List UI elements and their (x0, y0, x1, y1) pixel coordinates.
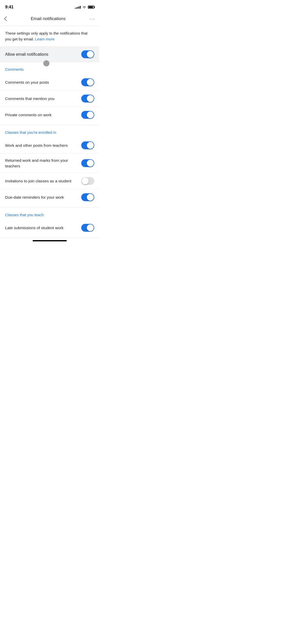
info-text: These settings only apply to the notific… (5, 31, 94, 42)
due-date-row: Due-date reminders for your work (0, 189, 99, 205)
allow-email-toggle[interactable] (81, 50, 94, 58)
home-bar (33, 240, 67, 241)
allow-email-label: Allow email notifications (5, 52, 48, 57)
comments-header-text: Comments (5, 67, 24, 71)
work-posts-teachers-row: Work and other posts from teachers (0, 137, 99, 154)
toggle-knob (87, 51, 94, 58)
private-comments-toggle[interactable] (81, 111, 94, 119)
returned-work-label: Returned work and marks from your teache… (5, 158, 81, 169)
enrolled-section-header: Classes that you're enrolled in (0, 125, 99, 137)
comments-mention-toggle[interactable] (81, 95, 94, 103)
comments-section: Comments Comments on your posts Comments… (0, 62, 99, 125)
battery-icon (88, 6, 94, 9)
invitations-join-label: Invitations to join classes as a student (5, 178, 81, 184)
work-posts-teachers-toggle[interactable] (81, 141, 94, 149)
back-chevron-icon (4, 16, 7, 21)
more-button[interactable]: ··· (87, 15, 95, 23)
enrolled-classes-section: Classes that you're enrolled in Work and… (0, 125, 99, 208)
nav-bar: Email notifications ··· (0, 13, 99, 26)
comments-mention-label: Comments that mention you (5, 96, 81, 101)
learn-more-link[interactable]: Learn more (35, 37, 55, 41)
comments-on-posts-row: Comments on your posts (0, 74, 99, 91)
back-button[interactable] (4, 15, 9, 22)
comments-section-header: Comments (0, 62, 99, 74)
home-indicator (0, 238, 99, 243)
late-submissions-toggle[interactable] (81, 224, 94, 232)
wifi-icon (82, 6, 86, 9)
info-section: These settings only apply to the notific… (0, 26, 99, 47)
due-date-toggle[interactable] (81, 193, 94, 201)
status-time: 9:41 (5, 5, 13, 10)
comments-on-posts-toggle[interactable] (81, 78, 94, 86)
returned-work-toggle[interactable] (81, 159, 94, 167)
private-comments-row: Private comments on work (0, 107, 99, 123)
teach-classes-section: Classes that you teach Late submissions … (0, 208, 99, 238)
allow-email-toggle-row: Allow email notifications (0, 47, 99, 62)
status-icons (75, 6, 94, 9)
scroll-content: These settings only apply to the notific… (0, 26, 99, 238)
late-submissions-label: Late submissions of student work (5, 225, 81, 231)
late-submissions-row: Late submissions of student work (0, 220, 99, 236)
work-posts-teachers-label: Work and other posts from teachers (5, 143, 81, 148)
returned-work-row: Returned work and marks from your teache… (0, 154, 99, 173)
enrolled-header-text: Classes that you're enrolled in (5, 130, 56, 135)
private-comments-label: Private comments on work (5, 112, 81, 118)
signal-icon (75, 6, 81, 9)
due-date-label: Due-date reminders for your work (5, 195, 81, 200)
status-bar: 9:41 (0, 0, 99, 13)
page-title: Email notifications (31, 16, 66, 21)
comments-mention-row: Comments that mention you (0, 91, 99, 107)
scroll-indicator (43, 60, 49, 66)
invitations-join-toggle[interactable] (81, 177, 94, 185)
teach-section-header: Classes that you teach (0, 208, 99, 220)
invitations-join-row: Invitations to join classes as a student (0, 173, 99, 189)
comments-on-posts-label: Comments on your posts (5, 80, 81, 85)
teach-header-text: Classes that you teach (5, 213, 44, 217)
